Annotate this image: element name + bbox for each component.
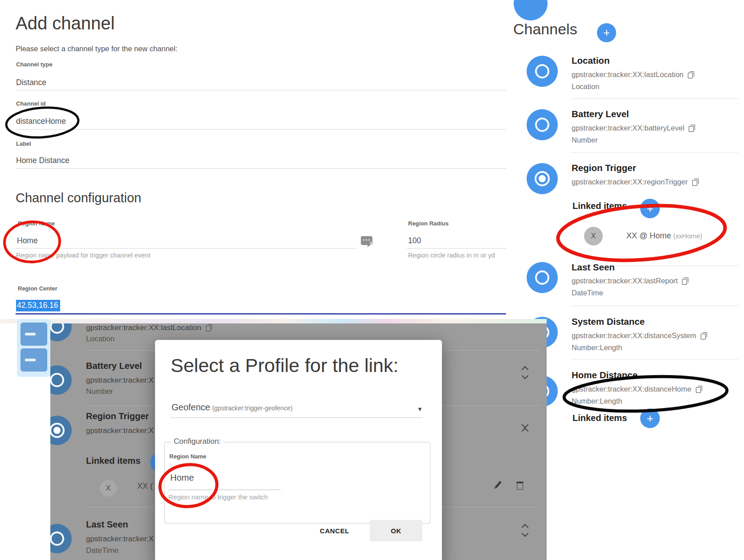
channels-heading: Channels xyxy=(513,20,577,38)
region-center-field[interactable]: 42.53,16.16 xyxy=(16,300,60,311)
channel-type: Number:Length xyxy=(572,343,622,352)
channel-avatar xyxy=(50,416,72,445)
channel-uid: gpstracker:tracker:XX:lastReport xyxy=(572,277,678,285)
linked-item-label[interactable]: XX @ Home (xxHome) xyxy=(626,231,702,241)
map-zoom-control xyxy=(17,319,51,377)
copy-icon[interactable] xyxy=(206,324,212,331)
channel-title: Home Distance xyxy=(572,370,638,380)
field-underline xyxy=(16,168,506,169)
channel-type: DateTime xyxy=(86,546,119,555)
battery-channel-icon xyxy=(535,118,549,132)
map-zoom-in-button[interactable] xyxy=(20,323,47,346)
channel-avatar xyxy=(50,365,72,395)
field-underline xyxy=(16,129,506,130)
screen: Channels + Location gpstracker:tracker:X… xyxy=(0,0,744,560)
location-channel-icon xyxy=(535,64,549,78)
sort-handle-icon[interactable] xyxy=(523,367,527,378)
region-radius-field[interactable]: 100 xyxy=(408,236,421,245)
sms-badge: 3 xyxy=(370,241,372,245)
channel-title: Last Seen xyxy=(572,262,615,273)
linked-item-detail: (xxHome) xyxy=(673,232,702,240)
page-title: Add channel xyxy=(16,13,114,33)
fieldset-legend: Configuration: xyxy=(171,437,224,446)
edit-icon[interactable] xyxy=(495,481,502,488)
profile-select[interactable]: Geofence (gpstracker:trigger-geofence) xyxy=(172,402,293,413)
channel-avatar xyxy=(527,163,558,194)
region-name-field[interactable]: Home xyxy=(17,236,38,245)
channel-id-field[interactable]: distanceHome xyxy=(16,117,66,126)
location-channel-icon xyxy=(50,323,64,334)
region-name-field[interactable]: Home xyxy=(170,473,194,483)
add-linked-item-button[interactable]: + xyxy=(640,199,660,218)
ok-button[interactable]: OK xyxy=(370,520,422,541)
dropdown-arrow-icon[interactable]: ▼ xyxy=(417,406,423,413)
linked-item-avatar: X xyxy=(100,480,117,497)
collapse-handle-icon[interactable] xyxy=(523,422,527,433)
field-underline xyxy=(16,90,506,90)
channel-uid: gpstracker:tracker:XX:lastLocation xyxy=(86,323,201,332)
channel-title: Battery Level xyxy=(86,361,142,371)
copy-icon[interactable] xyxy=(688,71,694,78)
field-underline xyxy=(168,490,281,490)
plus-icon: + xyxy=(646,202,653,216)
copy-icon[interactable] xyxy=(696,386,702,393)
divider xyxy=(571,359,739,360)
channel-uid: gpstracker:tracker:XX:lastLocation xyxy=(572,70,683,79)
linked-item-label[interactable]: XX ( xyxy=(137,482,153,491)
channel-uid: gpstracker:tracker:X xyxy=(86,535,154,544)
cancel-button[interactable]: CANCEL xyxy=(320,527,349,535)
channel-avatar xyxy=(527,109,558,140)
plus-icon: + xyxy=(603,26,610,40)
region-name-helper: Region name payload for trigger channel … xyxy=(16,252,150,259)
sort-handle-icon[interactable] xyxy=(523,525,527,536)
copy-icon[interactable] xyxy=(692,179,699,186)
channel-title: System Distance xyxy=(572,316,645,327)
channel-type: Number:Length xyxy=(572,397,622,405)
config-heading: Channel configuration xyxy=(16,191,141,205)
channel-type: Location xyxy=(572,82,599,91)
region-radius-helper: Region circle radius in m or yd xyxy=(408,252,495,259)
field-underline xyxy=(16,248,357,249)
select-underline xyxy=(171,417,423,418)
channel-uid: gpstracker:tracker:X xyxy=(86,426,154,435)
map-zoom-out-button[interactable] xyxy=(20,348,47,372)
region-name-helper: Region name to trigger the switch xyxy=(168,493,268,501)
plus-icon: + xyxy=(646,412,653,425)
copy-icon[interactable] xyxy=(682,278,688,285)
text-parameter-icon[interactable]: 3 xyxy=(361,236,372,245)
copy-icon[interactable] xyxy=(689,125,695,132)
add-linked-item-button[interactable]: + xyxy=(640,409,660,428)
region-radius-label: Region Radius xyxy=(408,220,449,227)
delete-icon[interactable] xyxy=(516,481,523,490)
fab-cut-circle[interactable] xyxy=(514,0,548,20)
label-field[interactable]: Home Distance xyxy=(16,156,69,165)
focused-underline xyxy=(16,313,506,315)
add-channel-form: Add channel Please select a channel type… xyxy=(0,0,512,319)
selected-text: 42.53,16.16 xyxy=(16,300,60,311)
channel-avatar xyxy=(50,524,72,553)
lastseen-channel-icon xyxy=(535,270,549,285)
channel-title: Region Trigger xyxy=(572,163,636,173)
battery-channel-icon xyxy=(50,373,64,387)
region-name-label: Region Name xyxy=(169,453,206,460)
channel-type: Number xyxy=(86,387,113,396)
channel-uid: gpstracker:tracker:XX:distanceHome xyxy=(572,385,691,393)
lastseen-channel-icon xyxy=(50,531,64,546)
modal-title: Select a Profile for the link: xyxy=(171,355,398,376)
add-channel-button[interactable]: + xyxy=(597,23,616,42)
field-underline xyxy=(407,248,506,249)
profile-select-detail: (gpstracker:trigger-geofence) xyxy=(212,405,293,412)
copy-icon[interactable] xyxy=(701,332,707,339)
channel-title: Last Seen xyxy=(86,519,128,530)
configuration-fieldset: Configuration: Region Name Home Region n… xyxy=(164,442,430,523)
sms-dots xyxy=(363,239,364,241)
linked-item-avatar: X xyxy=(584,227,603,245)
channel-type-field[interactable]: Distance xyxy=(16,78,46,87)
channel-type-label: Channel type xyxy=(16,61,53,68)
channel-uid: gpstracker:tracker:XX:regionTrigger xyxy=(572,178,688,186)
divider xyxy=(571,306,739,306)
channel-uid: gpstracker:tracker:X xyxy=(86,376,154,385)
channel-uid: gpstracker:tracker:XX:batteryLevel xyxy=(572,124,684,132)
channel-uid: gpstracker:tracker:XX:distanceSystem xyxy=(572,331,696,340)
trigger-channel-icon xyxy=(50,423,65,438)
